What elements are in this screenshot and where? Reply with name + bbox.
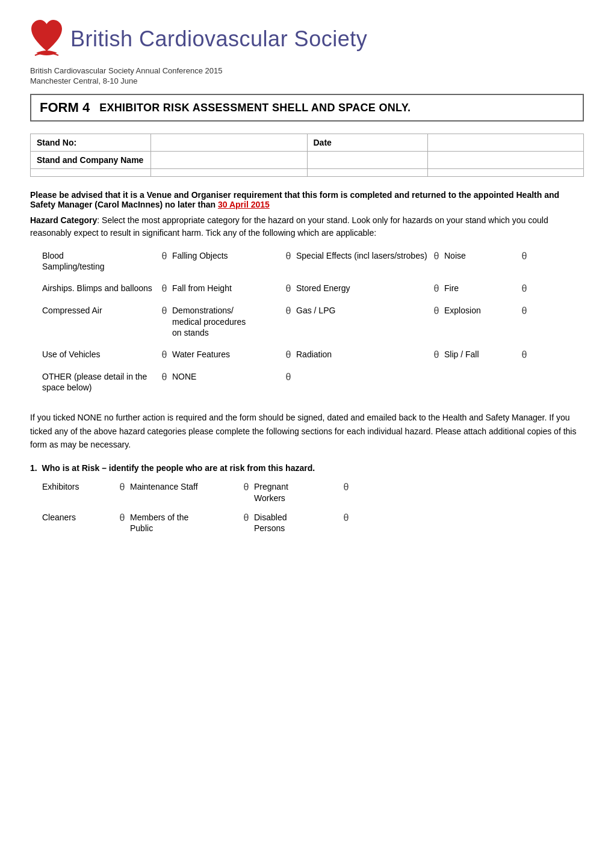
hazard-other: OTHER (please detail in the space below) — [42, 371, 157, 393]
section1-header: 1. Who is at Risk – identify the people … — [30, 463, 584, 473]
hazard-special: Special Effects (incl lasers/strobes) — [296, 250, 429, 261]
hazard-slip: Slip / Fall — [444, 349, 516, 360]
hazard-grid: BloodSampling/testing θ Falling Objects … — [42, 250, 584, 393]
notice-text: Please be advised that it is a Venue and… — [30, 190, 584, 209]
bcs-logo-icon — [30, 18, 63, 60]
footer-text: If you ticked NONE no further action is … — [30, 411, 584, 451]
risk-pregnant-theta[interactable]: θ — [338, 481, 354, 493]
page-header: British Cardiovascular Society — [30, 18, 584, 60]
hazard-blood-theta[interactable]: θ — [157, 250, 172, 262]
stand-company-value[interactable] — [151, 152, 308, 169]
date-label: Date — [307, 134, 427, 152]
hazard-radiation: Radiation — [296, 349, 429, 360]
hazard-vehicles-theta[interactable]: θ — [157, 349, 172, 360]
hazard-category-text: : Select the most appropriate category f… — [30, 215, 548, 238]
risk-cleaners: Cleaners — [42, 512, 114, 523]
stand-company-label: Stand and Company Name — [31, 152, 151, 169]
row3-col4 — [427, 169, 584, 177]
hazard-airships: Airships. Blimps and balloons — [42, 283, 157, 294]
stand-company-extra — [307, 152, 427, 169]
hazard-water: Water Features — [172, 349, 281, 360]
hazard-special-theta[interactable]: θ — [429, 250, 444, 262]
stand-no-label: Stand No: — [31, 134, 151, 152]
form-number: FORM 4 — [40, 100, 90, 115]
hazard-other-theta[interactable]: θ — [157, 371, 172, 383]
hazard-stored-energy: Stored Energy — [296, 283, 429, 294]
hazard-fall-height-theta[interactable]: θ — [281, 283, 296, 294]
notice-main: Please be advised that it is a Venue and… — [30, 190, 559, 209]
conference-location: Manchester Central, 8-10 June — [30, 76, 584, 85]
hazard-explosion: Explosion — [444, 305, 516, 316]
hazard-water-theta[interactable]: θ — [281, 349, 296, 360]
risk-public-theta[interactable]: θ — [238, 512, 254, 523]
hazard-noise-theta[interactable]: θ — [516, 250, 532, 262]
hazard-falling-theta[interactable]: θ — [281, 250, 296, 262]
hazard-falling: Falling Objects — [172, 250, 281, 261]
risk-exhibitors-theta[interactable]: θ — [114, 481, 130, 493]
risk-disabled-theta[interactable]: θ — [338, 512, 354, 523]
hazard-gas: Gas / LPG — [296, 305, 429, 316]
hazard-intro: Hazard Category: Select the most appropr… — [30, 214, 584, 239]
hazard-demos: Demonstrations/medical procedureson stan… — [172, 305, 281, 338]
risk-disabled: DisabledPersons — [254, 512, 338, 534]
hazard-none: NONE — [172, 371, 281, 382]
info-table: Stand No: Date Stand and Company Name — [30, 134, 584, 177]
hazard-radiation-theta[interactable]: θ — [429, 349, 444, 360]
notice-date: 30 April 2015 — [218, 200, 270, 209]
hazard-fire: Fire — [444, 283, 516, 294]
date-value[interactable] — [427, 134, 584, 152]
org-title: British Cardiovascular Society — [70, 26, 367, 52]
hazard-compressed-theta[interactable]: θ — [157, 305, 172, 316]
risk-public: Members of thePublic — [130, 512, 238, 534]
section1-title: Who is at Risk – identify the people who… — [42, 463, 315, 473]
hazard-vehicles: Use of Vehicles — [42, 349, 157, 360]
form-title-box: FORM 4 EXHIBITOR RISK ASSESSMENT SHELL A… — [30, 94, 584, 122]
hazard-noise: Noise — [444, 250, 516, 261]
row3-col3 — [307, 169, 427, 177]
row3-col2 — [151, 169, 308, 177]
hazard-fall-height: Fall from Height — [172, 283, 281, 294]
stand-no-value[interactable] — [151, 134, 308, 152]
risk-exhibitors: Exhibitors — [42, 481, 114, 492]
risk-maintenance-theta[interactable]: θ — [238, 481, 254, 493]
conference-name: British Cardiovascular Society Annual Co… — [30, 66, 584, 75]
hazard-compressed: Compressed Air — [42, 305, 157, 316]
row3-col1 — [31, 169, 151, 177]
hazard-category-bold: Hazard Category — [30, 215, 97, 225]
risk-pregnant: PregnantWorkers — [254, 481, 338, 503]
risk-cleaners-theta[interactable]: θ — [114, 512, 130, 523]
hazard-demos-theta[interactable]: θ — [281, 305, 296, 316]
stand-company-extra2 — [427, 152, 584, 169]
section1-number: 1. — [30, 463, 37, 473]
form-description: EXHIBITOR RISK ASSESSMENT SHELL AND SPAC… — [99, 102, 411, 114]
hazard-fire-theta[interactable]: θ — [516, 283, 532, 294]
risk-maintenance: Maintenance Staff — [130, 481, 238, 492]
hazard-airships-theta[interactable]: θ — [157, 283, 172, 294]
hazard-explosion-theta[interactable]: θ — [516, 305, 532, 316]
hazard-gas-theta[interactable]: θ — [429, 305, 444, 316]
hazard-stored-energy-theta[interactable]: θ — [429, 283, 444, 294]
hazard-none-theta[interactable]: θ — [281, 371, 296, 383]
hazard-slip-theta[interactable]: θ — [516, 349, 532, 360]
hazard-blood: BloodSampling/testing — [42, 250, 157, 272]
risk-grid: Exhibitors θ Maintenance Staff θ Pregnan… — [42, 481, 584, 534]
